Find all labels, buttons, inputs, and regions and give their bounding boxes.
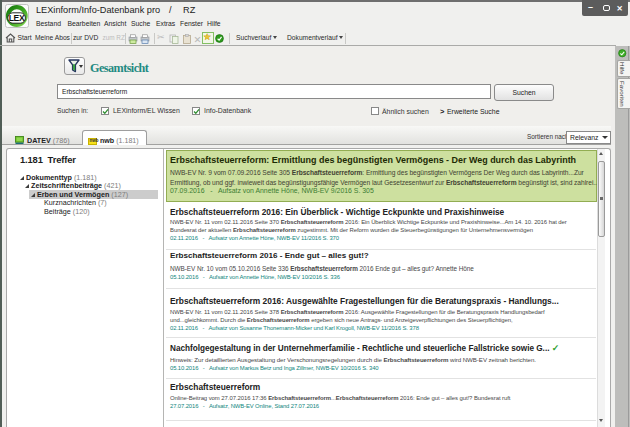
svg-text:LEX: LEX bbox=[9, 13, 25, 23]
